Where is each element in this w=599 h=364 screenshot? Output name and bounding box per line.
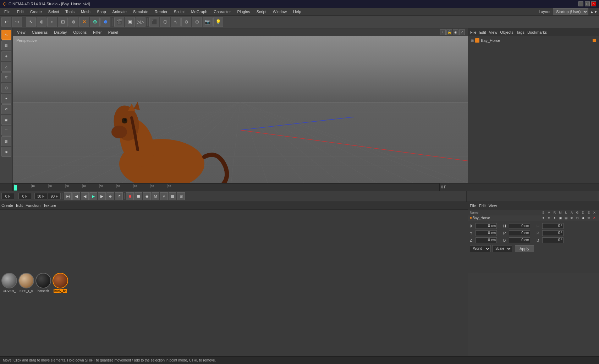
keyframe-btn[interactable]: ◆: [143, 192, 151, 200]
texture-btn[interactable]: ▩: [1, 136, 11, 146]
record-btn[interactable]: ⏺: [126, 192, 134, 200]
title-controls[interactable]: — □ ✕: [578, 1, 596, 6]
obj-x-icon[interactable]: ✕: [592, 216, 597, 220]
motion-btn[interactable]: M: [152, 192, 159, 200]
obj-e-icon[interactable]: ⊗: [586, 216, 591, 220]
cube-button[interactable]: ⬛: [149, 17, 159, 27]
select-btn[interactable]: ✦: [1, 94, 11, 104]
rb-menu-view[interactable]: View: [489, 204, 497, 208]
obj-v-check[interactable]: ●: [546, 216, 551, 220]
mat-menu-texture[interactable]: Texture: [43, 203, 56, 208]
play-btn[interactable]: ▶: [89, 192, 97, 200]
x-size-input[interactable]: [509, 223, 530, 229]
layout-arrow[interactable]: ▲▼: [590, 10, 598, 14]
render-view-button[interactable]: 🎬: [114, 17, 124, 27]
polygon-btn[interactable]: ◈: [1, 51, 11, 61]
render-button[interactable]: ▷▷: [136, 17, 145, 27]
timeline-bar[interactable]: 0 10 20 30 40 50 60 70 80 90: [13, 183, 439, 191]
go-start-btn[interactable]: ⏮: [64, 192, 72, 200]
stop-btn[interactable]: ⏹: [134, 192, 142, 200]
rotate-button[interactable]: ○: [47, 17, 57, 27]
z-size-input[interactable]: [509, 237, 530, 243]
mat-menu-function[interactable]: Function: [26, 203, 40, 208]
menu-sculpt[interactable]: Sculpt: [171, 9, 188, 15]
obj-r-check[interactable]: ●: [552, 216, 557, 220]
rb-menu-file[interactable]: File: [470, 204, 476, 208]
object-row[interactable]: ■ Bay_Horse ● ● ● ▣ ▤ ⊕ ◷ ◆ ⊗ ✕: [468, 215, 599, 221]
light-button[interactable]: 💡: [213, 17, 223, 27]
play-reverse-btn[interactable]: ◀: [81, 192, 89, 200]
right-menu-bookmarks[interactable]: Bookmarks: [527, 30, 547, 34]
close-button[interactable]: ✕: [591, 1, 596, 6]
nurbs-button[interactable]: ⬡: [160, 17, 170, 27]
material-eye[interactable]: EYE_1_0: [18, 273, 34, 293]
deformer-button[interactable]: ⊕: [192, 17, 202, 27]
fps-input[interactable]: [34, 193, 47, 199]
menu-tools[interactable]: Tools: [62, 9, 77, 15]
pose-btn[interactable]: P: [160, 192, 168, 200]
z-pos-input[interactable]: [476, 237, 497, 243]
menu-edit[interactable]: Edit: [14, 9, 27, 15]
obj-s-check[interactable]: ●: [541, 216, 546, 220]
right-menu-objects[interactable]: Objects: [500, 30, 513, 34]
vp-lock-btn[interactable]: 🔒: [446, 29, 452, 35]
sculpt-btn[interactable]: ▽: [1, 72, 11, 82]
current-frame-input[interactable]: [1, 193, 14, 199]
minimize-button[interactable]: —: [578, 1, 583, 6]
obj-d-icon[interactable]: ◆: [581, 216, 586, 220]
right-menu-edit[interactable]: Edit: [479, 30, 486, 34]
render-region-button[interactable]: ▣: [125, 17, 135, 27]
scale-dropdown[interactable]: Scale Size: [492, 245, 512, 252]
vp-menu-display[interactable]: Display: [51, 29, 70, 35]
vp-menu-view[interactable]: View: [14, 29, 28, 35]
uv-btn[interactable]: ▣: [1, 115, 11, 125]
obj-a-icon[interactable]: ⊕: [569, 216, 574, 220]
snap-transport-btn[interactable]: ⊞: [177, 192, 185, 200]
loop-btn[interactable]: ↺: [115, 192, 123, 200]
right-menu-file[interactable]: File: [470, 30, 477, 34]
rotate-btn[interactable]: ↺: [1, 104, 11, 114]
3d-viewport[interactable]: Perspective: [13, 36, 468, 183]
material-cover[interactable]: COVER_: [1, 273, 17, 293]
menu-create[interactable]: Create: [27, 9, 45, 15]
tree-item-horse[interactable]: ⊞ Bay_Horse: [469, 38, 598, 43]
frame-value-input[interactable]: [18, 193, 31, 199]
layout-dropdown[interactable]: Startup (User): [553, 8, 588, 15]
y-size-input[interactable]: [509, 230, 530, 236]
axis-y-button[interactable]: ⊕: [90, 17, 100, 27]
menu-character[interactable]: Character: [211, 9, 233, 15]
vp-menu-cameras[interactable]: Cameras: [29, 29, 51, 35]
layout-selector[interactable]: Layout: Startup (User) ▲▼: [539, 8, 598, 15]
menu-select[interactable]: Select: [45, 9, 62, 15]
vp-expand-btn[interactable]: +: [440, 29, 446, 35]
menu-file[interactable]: File: [1, 9, 13, 15]
vp-menu-panel[interactable]: Panel: [105, 29, 121, 35]
vp-fullscreen-btn[interactable]: ⤢: [459, 29, 465, 35]
menu-script[interactable]: Script: [254, 9, 269, 15]
brush-btn[interactable]: ◉: [1, 147, 11, 157]
apply-button[interactable]: Apply: [515, 245, 534, 252]
spline-button[interactable]: ∿: [171, 17, 181, 27]
vp-menu-options[interactable]: Options: [70, 29, 89, 35]
menu-mograph[interactable]: MoGraph: [188, 9, 210, 15]
rb-menu-edit[interactable]: Edit: [479, 204, 486, 208]
menu-help[interactable]: Help: [290, 9, 304, 15]
go-end-btn[interactable]: ⏭: [106, 192, 114, 200]
end-frame-input[interactable]: [48, 193, 61, 199]
grid-btn[interactable]: ▦: [1, 40, 11, 50]
menu-mesh[interactable]: Mesh: [78, 9, 93, 15]
obj-l-icon[interactable]: ▤: [564, 216, 568, 220]
axis-z-button[interactable]: ⊛: [100, 17, 110, 27]
world-dropdown[interactable]: World Object: [470, 245, 491, 252]
axis-x-button[interactable]: ✕: [79, 17, 89, 27]
p-angle-input[interactable]: [542, 230, 564, 236]
move-tool-btn[interactable]: ↖: [1, 30, 11, 40]
obj-g-icon[interactable]: ◷: [575, 216, 580, 220]
right-menu-tags[interactable]: Tags: [516, 30, 524, 34]
generator-button[interactable]: ⊙: [181, 17, 191, 27]
scale-button[interactable]: ⊞: [58, 17, 68, 27]
next-frame-btn[interactable]: ▶: [98, 192, 106, 200]
live-select-button[interactable]: ↖: [26, 17, 36, 27]
right-menu-view[interactable]: View: [489, 30, 498, 34]
camera-button[interactable]: 📷: [203, 17, 213, 27]
